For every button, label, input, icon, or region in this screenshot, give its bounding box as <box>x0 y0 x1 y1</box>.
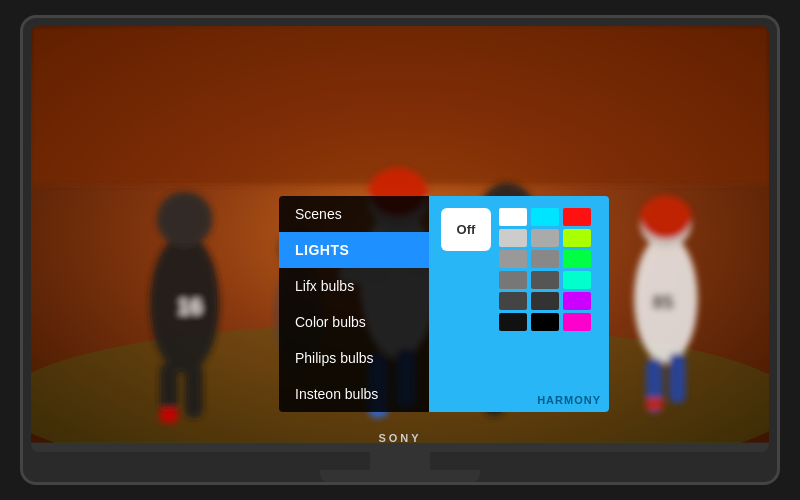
svg-rect-25 <box>669 353 686 403</box>
swatch[interactable] <box>563 313 591 331</box>
menu-list: Scenes LIGHTS Lifx bulbs Color bulbs Phi… <box>279 196 429 412</box>
color-swatches <box>499 208 591 331</box>
tv-brand-logo: SONY <box>378 432 421 444</box>
swatch[interactable] <box>531 229 559 247</box>
svg-text:16: 16 <box>178 294 202 319</box>
svg-point-4 <box>157 192 213 248</box>
swatch[interactable] <box>499 229 527 247</box>
swatch[interactable] <box>563 292 591 310</box>
menu-item-color[interactable]: Color bulbs <box>279 304 429 340</box>
swatch[interactable] <box>531 271 559 289</box>
menu-item-insteon[interactable]: Insteon bulbs <box>279 376 429 412</box>
swatch[interactable] <box>499 271 527 289</box>
tv-stand-base <box>320 470 480 482</box>
harmony-label: HARMONY <box>537 394 601 406</box>
swatch[interactable] <box>499 292 527 310</box>
swatch-col-3 <box>563 208 591 331</box>
tv-screen: 16 <box>31 26 769 452</box>
menu-item-philips[interactable]: Philips bulbs <box>279 340 429 376</box>
menu-item-lifx[interactable]: Lifx bulbs <box>279 268 429 304</box>
swatch[interactable] <box>499 313 527 331</box>
swatch[interactable] <box>531 313 559 331</box>
swatch[interactable] <box>563 250 591 268</box>
menu-item-lights[interactable]: LIGHTS <box>279 232 429 268</box>
color-panel: Off <box>429 196 609 412</box>
tv-frame: 16 <box>20 15 780 485</box>
swatch-col-2 <box>531 208 559 331</box>
svg-rect-7 <box>185 363 203 418</box>
swatch[interactable] <box>531 292 559 310</box>
svg-text:85: 85 <box>652 291 674 313</box>
svg-rect-26 <box>646 398 663 410</box>
menu-item-scenes[interactable]: Scenes <box>279 196 429 232</box>
color-panel-top: Off <box>441 208 597 331</box>
swatch[interactable] <box>531 208 559 226</box>
menu-overlay: Scenes LIGHTS Lifx bulbs Color bulbs Phi… <box>279 196 609 412</box>
svg-rect-8 <box>160 408 178 423</box>
svg-rect-1 <box>31 26 769 185</box>
swatch[interactable] <box>499 250 527 268</box>
off-button[interactable]: Off <box>441 208 491 251</box>
svg-point-22 <box>640 196 692 240</box>
swatch[interactable] <box>531 250 559 268</box>
swatch[interactable] <box>563 208 591 226</box>
swatch[interactable] <box>499 208 527 226</box>
swatch-col-1 <box>499 208 527 331</box>
swatch[interactable] <box>563 271 591 289</box>
tv-stand-neck <box>370 452 430 470</box>
swatch[interactable] <box>563 229 591 247</box>
